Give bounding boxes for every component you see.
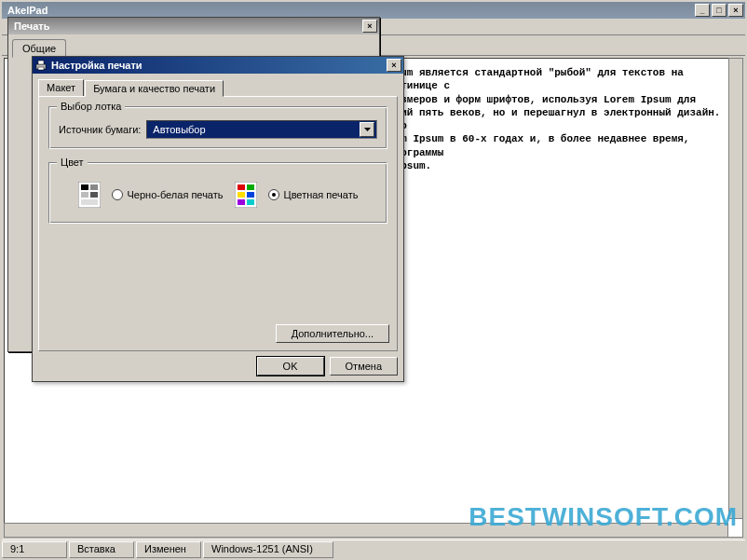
statusbar: 9:1 Вставка Изменен Windows-1251 (ANSI) bbox=[2, 540, 745, 558]
title-buttons: _ □ × bbox=[695, 4, 743, 17]
bw-label: Черно-белая печать bbox=[128, 189, 224, 200]
svg-marker-3 bbox=[364, 128, 371, 131]
svg-rect-5 bbox=[81, 184, 88, 190]
svg-rect-14 bbox=[247, 192, 254, 198]
watermark: BESTWINSOFT.COM bbox=[469, 502, 738, 532]
setup-titlebar: Настройка печати × bbox=[33, 57, 403, 74]
color-groupbox: Цвет Черно-белая печать Цветная печать bbox=[48, 162, 387, 224]
tray-group-title: Выбор лотка bbox=[57, 101, 125, 112]
source-label: Источник бумаги: bbox=[59, 124, 141, 135]
status-position: 9:1 bbox=[2, 541, 67, 558]
combo-button[interactable] bbox=[360, 122, 374, 137]
color-radio[interactable] bbox=[268, 189, 279, 200]
advanced-button[interactable]: Дополнительно... bbox=[276, 324, 389, 343]
status-encoding: Windows-1251 (ANSI) bbox=[203, 541, 333, 558]
bw-radio[interactable] bbox=[112, 189, 123, 200]
color-print-icon bbox=[235, 182, 257, 208]
svg-rect-8 bbox=[90, 192, 98, 198]
app-title: AkelPad bbox=[4, 5, 695, 16]
color-radio-group[interactable]: Цветная печать bbox=[268, 189, 359, 200]
chevron-down-icon bbox=[364, 128, 371, 131]
dialog-buttons: OK Отмена bbox=[38, 351, 398, 376]
svg-rect-12 bbox=[247, 184, 254, 190]
printer-icon bbox=[34, 59, 48, 72]
close-button[interactable]: × bbox=[728, 4, 743, 17]
setup-body: Макет Бумага и качество печати Выбор лот… bbox=[33, 74, 403, 381]
vertical-scrollbar[interactable] bbox=[728, 58, 743, 519]
tab-panel: Выбор лотка Источник бумаги: Автовыбор Ц… bbox=[38, 96, 398, 351]
minimize-button[interactable]: _ bbox=[695, 4, 710, 17]
svg-rect-1 bbox=[38, 61, 44, 64]
print-setup-dialog: Настройка печати × Макет Бумага и качест… bbox=[32, 56, 404, 382]
maximize-button[interactable]: □ bbox=[712, 4, 727, 17]
color-group-title: Цвет bbox=[57, 157, 88, 168]
color-label: Цветная печать bbox=[284, 189, 359, 200]
setup-title: Настройка печати bbox=[51, 60, 387, 71]
bw-radio-group[interactable]: Черно-белая печать bbox=[112, 189, 224, 200]
tab-paper-quality[interactable]: Бумага и качество печати bbox=[85, 80, 224, 97]
color-options: Черно-белая печать Цветная печать bbox=[59, 176, 377, 213]
ok-button[interactable]: OK bbox=[257, 357, 324, 376]
status-modified: Изменен bbox=[136, 541, 201, 558]
source-value: Автовыбор bbox=[149, 124, 360, 135]
svg-rect-15 bbox=[238, 199, 245, 205]
setup-close-button[interactable]: × bbox=[387, 59, 401, 72]
status-mode: Вставка bbox=[69, 541, 134, 558]
tab-general[interactable]: Общие bbox=[12, 39, 66, 58]
svg-rect-16 bbox=[247, 199, 254, 205]
svg-rect-13 bbox=[238, 192, 245, 198]
setup-tabs: Макет Бумага и качество печати bbox=[38, 79, 398, 96]
svg-rect-11 bbox=[238, 184, 245, 190]
source-combobox[interactable]: Автовыбор bbox=[146, 120, 377, 139]
bw-print-icon bbox=[78, 182, 101, 208]
source-row: Источник бумаги: Автовыбор bbox=[59, 120, 377, 139]
tab-layout[interactable]: Макет bbox=[38, 79, 84, 96]
svg-rect-6 bbox=[90, 184, 98, 190]
svg-rect-2 bbox=[38, 67, 44, 70]
svg-rect-9 bbox=[81, 199, 98, 205]
advanced-row: Дополнительно... bbox=[276, 324, 389, 343]
print-dialog-titlebar: Печать × bbox=[8, 18, 379, 34]
print-dialog-title: Печать bbox=[10, 20, 362, 32]
editor-text: psum является стандартной "рыбой" для те… bbox=[388, 66, 731, 172]
cancel-button[interactable]: Отмена bbox=[330, 357, 398, 376]
svg-rect-7 bbox=[81, 192, 88, 198]
tray-groupbox: Выбор лотка Источник бумаги: Автовыбор bbox=[48, 106, 387, 149]
print-dialog-close[interactable]: × bbox=[362, 20, 377, 33]
print-dialog-tabs: Общие bbox=[8, 34, 379, 57]
